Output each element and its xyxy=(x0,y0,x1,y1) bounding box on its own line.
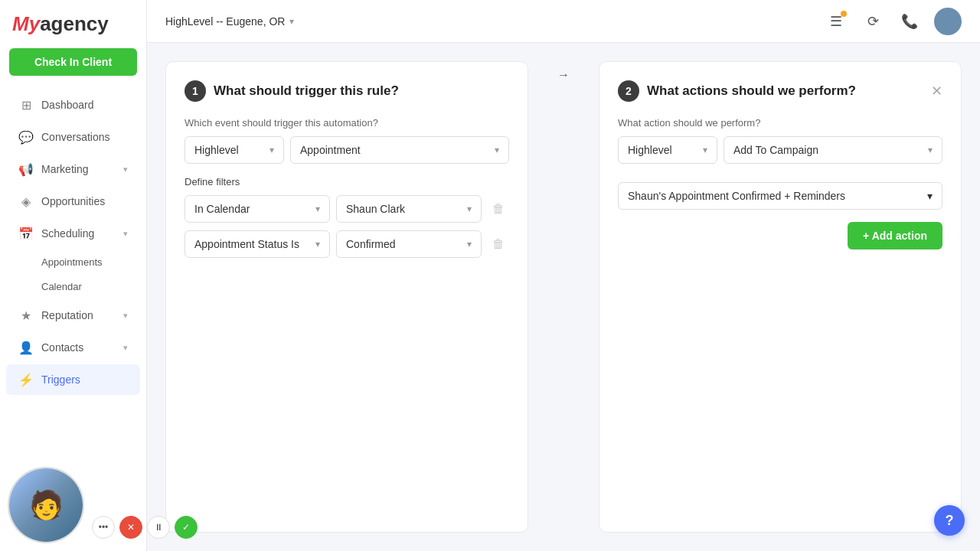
refresh-button[interactable]: ⟳ xyxy=(861,9,885,34)
notification-dot xyxy=(841,11,847,17)
close-button[interactable]: ✕ xyxy=(119,516,142,539)
filter2-field-value: Appointment Status Is xyxy=(194,238,299,250)
chevron-down-icon: ▾ xyxy=(123,311,128,321)
chevron-down-icon: ▾ xyxy=(289,16,294,27)
sidebar-item-appointments[interactable]: Appointments xyxy=(6,250,140,274)
step-number-1: 1 xyxy=(185,80,206,102)
opportunities-icon: ◈ xyxy=(18,194,34,209)
filter1-field-value: In Calendar xyxy=(194,203,250,215)
filter1-field-dropdown[interactable]: In Calendar ▾ xyxy=(185,195,330,223)
sidebar-item-scheduling[interactable]: 📅 Scheduling ▾ xyxy=(6,218,140,249)
source-dropdown[interactable]: Highlevel ▾ xyxy=(185,136,284,164)
event-dropdown[interactable]: Appointment ▾ xyxy=(290,136,509,164)
sidebar-item-marketing[interactable]: 📢 Marketing ▾ xyxy=(6,154,140,184)
confirm-button[interactable]: ✓ xyxy=(175,516,198,539)
sidebar-item-conversations[interactable]: 💬 Conversations xyxy=(6,122,140,152)
sidebar-item-label: Reputation xyxy=(41,309,93,321)
chevron-down-icon: ▾ xyxy=(928,145,933,155)
chevron-down-icon: ▾ xyxy=(703,145,707,155)
sidebar-item-label: Opportunities xyxy=(41,195,105,207)
calendar-label: Calendar xyxy=(41,281,82,292)
chevron-down-icon: ▾ xyxy=(495,145,499,155)
action-source-value: Highlevel xyxy=(628,144,672,156)
delete-filter1-button[interactable]: 🗑 xyxy=(488,198,509,220)
close-panel-button[interactable]: ✕ xyxy=(931,83,942,99)
action-type-value: Add To Campaign xyxy=(733,144,818,156)
appointments-label: Appointments xyxy=(41,256,103,268)
page-body: 1 What should trigger this rule? Which e… xyxy=(147,43,980,551)
chevron-down-icon: ▾ xyxy=(123,165,128,174)
source-dropdown-value: Highlevel xyxy=(194,144,239,156)
event-source-row: Highlevel ▾ Appointment ▾ xyxy=(185,136,509,164)
phone-button[interactable]: 📞 xyxy=(897,9,922,34)
logo-area: Myagency xyxy=(0,0,146,45)
filter1-value-text: Shaun Clark xyxy=(346,203,405,215)
actions-panel-title: What actions should we perform? xyxy=(647,83,856,99)
sidebar-item-label: Triggers xyxy=(41,373,80,386)
pause-button[interactable]: ⏸ xyxy=(147,516,170,539)
action-source-dropdown[interactable]: Highlevel ▾ xyxy=(618,136,717,164)
marketing-icon: 📢 xyxy=(18,161,34,177)
scheduling-icon: 📅 xyxy=(18,226,34,241)
chevron-down-icon: ▾ xyxy=(123,343,128,353)
sidebar-item-calendar[interactable]: Calendar xyxy=(6,275,140,298)
actions-panel: 2 What actions should we perform? ✕ What… xyxy=(599,61,962,533)
actions-panel-header: 2 What actions should we perform? ✕ xyxy=(618,80,942,102)
location-text: HighLevel -- Eugene, OR xyxy=(165,15,285,28)
step-number-2: 2 xyxy=(618,80,639,102)
main-content: HighLevel -- Eugene, OR ▾ ☰ ⟳ 📞 1 What s… xyxy=(147,0,980,551)
chevron-down-icon: ▾ xyxy=(927,190,933,202)
nav-section: ⊞ Dashboard 💬 Conversations 📢 Marketing … xyxy=(0,88,146,459)
reputation-icon: ★ xyxy=(18,308,34,323)
sidebar-item-opportunities[interactable]: ◈ Opportunities xyxy=(6,186,140,217)
chevron-down-icon: ▾ xyxy=(315,204,320,214)
step-arrow: → xyxy=(550,61,577,89)
filter2-value-text: Confirmed xyxy=(346,238,396,250)
filter2-field-dropdown[interactable]: Appointment Status Is ▾ xyxy=(185,230,330,258)
triggers-icon: ⚡ xyxy=(18,372,34,387)
media-controls: ••• ✕ ⏸ ✓ xyxy=(92,516,198,539)
campaign-dropdown[interactable]: Shaun's Appointment Confirmed + Reminder… xyxy=(618,182,942,210)
filter1-value-dropdown[interactable]: Shaun Clark ▾ xyxy=(336,195,482,223)
refresh-icon: ⟳ xyxy=(867,13,879,30)
notifications-button[interactable]: ☰ xyxy=(824,9,848,34)
filter-row-2: Appointment Status Is ▾ Confirmed ▾ 🗑 xyxy=(185,230,509,258)
help-button[interactable]: ? xyxy=(934,505,965,536)
sidebar-item-label: Marketing xyxy=(41,163,88,175)
location-selector[interactable]: HighLevel -- Eugene, OR ▾ xyxy=(165,15,294,28)
which-event-label: Which event should trigger this automati… xyxy=(185,117,509,129)
more-options-button[interactable]: ••• xyxy=(92,516,115,539)
action-source-row: Highlevel ▾ Add To Campaign ▾ xyxy=(618,136,942,173)
action-label: What action should we perform? xyxy=(618,117,942,129)
sidebar-item-reputation[interactable]: ★ Reputation ▾ xyxy=(6,300,140,331)
chevron-down-icon: ▾ xyxy=(467,239,472,249)
user-avatar[interactable] xyxy=(934,8,962,35)
filter2-value-dropdown[interactable]: Confirmed ▾ xyxy=(336,230,482,258)
chevron-down-icon: ▾ xyxy=(315,239,320,249)
check-in-button[interactable]: Check In Client xyxy=(9,48,137,76)
delete-filter2-button[interactable]: 🗑 xyxy=(488,233,509,255)
help-icon: ? xyxy=(946,513,954,529)
sidebar-item-contacts[interactable]: 👤 Contacts ▾ xyxy=(6,332,140,363)
filter-row-1: In Calendar ▾ Shaun Clark ▾ 🗑 xyxy=(185,195,509,223)
topbar: HighLevel -- Eugene, OR ▾ ☰ ⟳ 📞 xyxy=(147,0,980,43)
trigger-panel-header: 1 What should trigger this rule? xyxy=(185,80,509,102)
trigger-panel: 1 What should trigger this rule? Which e… xyxy=(165,61,528,533)
conversations-icon: 💬 xyxy=(18,129,34,145)
sidebar-item-label: Scheduling xyxy=(41,227,94,240)
chevron-down-icon: ▾ xyxy=(123,229,128,239)
sidebar-item-label: Dashboard xyxy=(41,99,94,111)
sidebar-item-label: Conversations xyxy=(41,131,110,143)
topbar-icons: ☰ ⟳ 📞 xyxy=(824,8,962,35)
sidebar-item-label: Contacts xyxy=(41,341,83,354)
logo: Myagency xyxy=(12,12,109,36)
event-dropdown-value: Appointment xyxy=(300,144,361,156)
action-type-dropdown[interactable]: Add To Campaign ▾ xyxy=(724,136,942,164)
add-action-button[interactable]: + Add action xyxy=(848,222,942,249)
sidebar-item-dashboard[interactable]: ⊞ Dashboard xyxy=(6,90,140,120)
avatar-image: 🧑 xyxy=(9,468,83,542)
sidebar-item-triggers[interactable]: ⚡ Triggers xyxy=(6,364,140,395)
define-filters-label: Define filters xyxy=(185,176,509,187)
chevron-down-icon: ▾ xyxy=(270,145,274,155)
phone-icon: 📞 xyxy=(901,13,918,30)
